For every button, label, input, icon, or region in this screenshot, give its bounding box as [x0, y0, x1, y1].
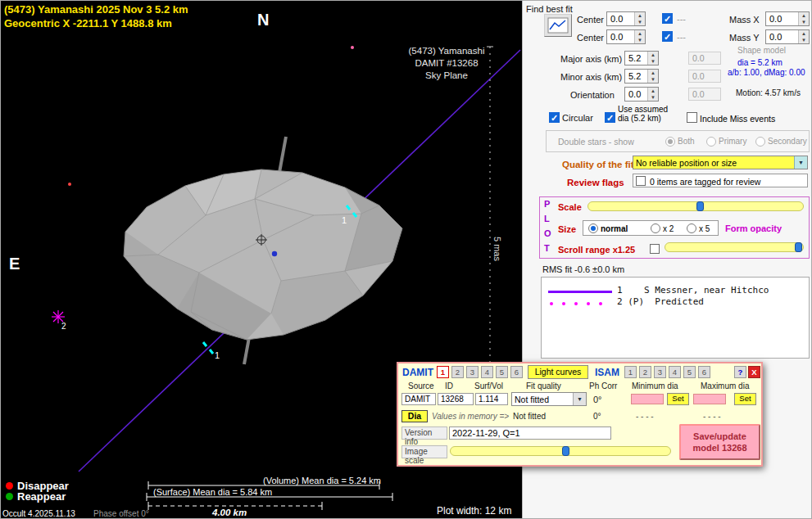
double-stars-primary-radio[interactable]: [706, 137, 716, 147]
orientation-label: Orientation: [570, 90, 615, 100]
min-dia-set-button[interactable]: Set: [667, 393, 689, 405]
major-axis-spinner[interactable]: 5.2: [624, 51, 659, 65]
center-x-spinner[interactable]: 0.0: [606, 11, 646, 26]
chord-1-legend-line: [548, 291, 612, 293]
center-y-checkbox[interactable]: [662, 31, 673, 42]
plot-letter-p: P: [544, 199, 550, 209]
review-flags-checkbox[interactable]: [636, 176, 646, 186]
spinner-arrows-icon[interactable]: [798, 12, 809, 25]
scroll-range-slider-handle[interactable]: [795, 242, 802, 252]
isam-tab-1[interactable]: 1: [624, 366, 637, 378]
image-scale-label: Image scale: [401, 445, 447, 458]
spinner-arrows-icon[interactable]: [647, 52, 658, 65]
fit-quality-dropdown[interactable]: Not fitted: [511, 392, 587, 406]
north-label: N: [257, 11, 269, 29]
minor-axis-spinner[interactable]: 5.2: [624, 69, 659, 83]
mass-y-spinner[interactable]: 0.0: [765, 29, 810, 44]
spinner-arrows-icon[interactable]: [647, 88, 658, 101]
major-axis-alt-field: 0.0: [688, 52, 721, 65]
dia-button[interactable]: Dia: [401, 410, 428, 422]
damit-tab-3[interactable]: 3: [466, 366, 479, 378]
mass-x-label: Mass X: [729, 15, 760, 25]
scroll-range-slider[interactable]: [665, 242, 804, 252]
spinner-arrows-icon[interactable]: [634, 12, 645, 25]
light-curves-button[interactable]: Light curves: [528, 365, 588, 379]
help-button[interactable]: ?: [734, 366, 746, 378]
damit-tab-2[interactable]: 2: [451, 366, 464, 378]
scroll-range-checkbox[interactable]: [650, 244, 660, 254]
double-stars-secondary-radio[interactable]: [755, 137, 765, 147]
col-max-dia-header: Maximum dia: [701, 381, 749, 390]
isam-tab-6[interactable]: 6: [698, 366, 710, 378]
minor-axis-alt-field: 0.0: [688, 70, 721, 83]
review-flags-label: Review flags: [567, 178, 624, 187]
scale-slider-handle[interactable]: [696, 201, 704, 211]
field-star-red-dot: [68, 183, 71, 186]
review-flags-text: 0 items are tagged for review: [650, 177, 760, 187]
image-scale-slider-handle[interactable]: [562, 446, 569, 456]
save-update-model-button[interactable]: Save/update model 13268: [679, 424, 760, 460]
col-fit-quality-header: Fit quality: [526, 381, 561, 390]
spinner-arrows-icon[interactable]: [647, 70, 658, 83]
plot-letter-l: L: [544, 214, 550, 223]
spinner-arrows-icon[interactable]: [798, 30, 809, 43]
include-miss-checkbox[interactable]: [687, 112, 697, 123]
circular-checkbox[interactable]: [549, 112, 560, 123]
center-y-spinner[interactable]: 0.0: [606, 29, 646, 44]
isam-tab-2[interactable]: 2: [639, 366, 651, 378]
max-dia-field[interactable]: [693, 394, 726, 404]
damit-tab-4[interactable]: 4: [481, 366, 493, 378]
isam-tab-4[interactable]: 4: [669, 366, 681, 378]
max-dia-set-button[interactable]: Set: [734, 393, 756, 405]
size-x5-radio[interactable]: [687, 223, 696, 233]
damit-tab-5[interactable]: 5: [496, 366, 508, 378]
predicted-dot-icon: [562, 302, 565, 305]
surface-mean-dia-label: (Surface) Mean dia = 5.84 km: [153, 487, 272, 497]
size-x5-label: x 5: [699, 224, 710, 233]
ab-dmag-info-label: a/b: 1.00, dMag: 0.00: [728, 68, 805, 77]
damit-shape-model-panel: DAMIT 1 2 3 4 5 6 Light curves ISAM 1 2 …: [397, 362, 763, 467]
double-stars-groupbox: Double stars - show Both Primary Seconda…: [546, 130, 810, 152]
orientation-spinner[interactable]: 0.0: [624, 87, 659, 102]
scale-slider[interactable]: [587, 201, 804, 211]
isam-tab-3[interactable]: 3: [654, 366, 666, 378]
damit-tab-6[interactable]: 6: [510, 366, 523, 378]
size-options-box: normal x 2 x 5: [583, 220, 719, 236]
east-label: E: [9, 255, 20, 273]
scalebar-label: 4.00 km: [212, 508, 247, 517]
quality-of-fit-value: No reliable position or size: [633, 156, 794, 169]
chord-legend-box: 1 S Messner, near Hitchco 2 (P) Predicte…: [541, 277, 810, 359]
image-scale-slider[interactable]: [450, 446, 671, 456]
size-normal-radio[interactable]: [588, 223, 598, 233]
size-x2-radio[interactable]: [651, 223, 660, 233]
plot-letter-o: O: [544, 228, 551, 238]
min-dia-field[interactable]: [631, 394, 664, 404]
mass-x-spinner[interactable]: 0.0: [765, 11, 810, 26]
surfvol-field[interactable]: 1.114: [475, 393, 508, 405]
damit-tab-1[interactable]: 1: [437, 366, 449, 378]
center-x-value: 0.0: [607, 12, 634, 25]
isam-tab-5[interactable]: 5: [683, 366, 696, 378]
predicted-dot-icon: [587, 302, 590, 305]
dropdown-arrow-icon[interactable]: [794, 156, 807, 169]
close-button[interactable]: X: [748, 366, 760, 378]
col-min-dia-header: Minimum dia: [632, 381, 678, 390]
center-x-checkbox[interactable]: [662, 13, 673, 24]
source-field[interactable]: DAMIT: [401, 393, 436, 405]
predicted-dot-icon: [550, 302, 553, 305]
size-label: Size: [558, 224, 576, 234]
version-info-field[interactable]: 2022-11-29, Q=1: [449, 426, 611, 440]
model-id-field[interactable]: 13268: [438, 393, 474, 405]
quality-of-fit-dropdown[interactable]: No reliable position or size: [633, 156, 808, 169]
double-stars-both-radio[interactable]: [665, 137, 675, 147]
dropdown-arrow-icon[interactable]: [573, 393, 586, 405]
quality-of-fit-label: Quality of the fit: [562, 160, 634, 169]
use-assumed-dia-checkbox[interactable]: [605, 112, 615, 123]
double-stars-label: Double stars - show: [558, 137, 634, 147]
version-info-label: Version info: [401, 426, 447, 440]
minor-axis-value: 5.2: [625, 70, 647, 83]
mas-scale-label: 5 mas: [492, 237, 502, 261]
spinner-arrows-icon[interactable]: [634, 30, 645, 43]
find-best-fit-button[interactable]: [544, 14, 572, 37]
center-x-dashes: ---: [677, 14, 686, 24]
